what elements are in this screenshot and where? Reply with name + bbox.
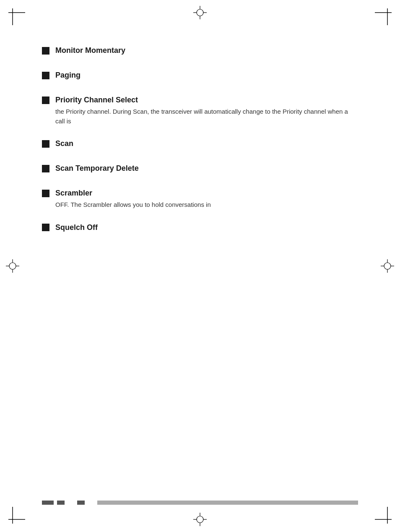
bottom-progress-bar <box>42 501 358 505</box>
menu-header-scrambler: Scrambler <box>42 189 358 198</box>
menu-desc-priority-channel-select: the Priority channel. During Scan, the t… <box>55 107 358 126</box>
bar-segment-long <box>97 501 358 505</box>
list-item: Monitor Momentary <box>42 46 358 57</box>
bar-segment-dark-2 <box>57 501 65 505</box>
list-item: Paging <box>42 71 358 82</box>
crosshair-left <box>5 258 20 274</box>
menu-header-scan-temporary-delete: Scan Temporary Delete <box>42 164 358 173</box>
bar-segment-dark-1 <box>42 501 54 505</box>
bullet-icon <box>42 96 49 104</box>
menu-title-paging: Paging <box>55 71 81 80</box>
menu-title-priority-channel-select: Priority Channel Select <box>55 96 138 104</box>
list-item: Priority Channel Select the Priority cha… <box>42 96 358 126</box>
bar-segment-dark-3 <box>77 501 85 505</box>
corner-mark-br <box>371 503 396 528</box>
crosshair-bottom <box>192 512 208 527</box>
menu-header-paging: Paging <box>42 71 358 80</box>
bullet-icon <box>42 190 49 197</box>
crosshair-top <box>192 5 208 20</box>
bullet-icon <box>42 47 49 55</box>
svg-point-8 <box>197 9 203 16</box>
corner-mark-tl <box>4 4 29 29</box>
menu-title-monitor-momentary: Monitor Momentary <box>55 46 125 55</box>
bullet-icon <box>42 224 49 231</box>
bullet-icon <box>42 140 49 148</box>
list-item: Scan <box>42 139 358 151</box>
menu-desc-scrambler: OFF. The Scrambler allows you to hold co… <box>55 200 358 210</box>
menu-title-scan: Scan <box>55 139 73 148</box>
svg-point-23 <box>384 263 391 269</box>
list-item: Scan Temporary Delete <box>42 164 358 175</box>
bullet-icon <box>42 72 49 79</box>
menu-title-squelch-off: Squelch Off <box>55 223 98 232</box>
list-item: Scrambler OFF. The Scrambler allows you … <box>42 189 358 210</box>
menu-title-scan-temporary-delete: Scan Temporary Delete <box>55 164 139 173</box>
menu-header-priority-channel-select: Priority Channel Select <box>42 96 358 104</box>
menu-header-monitor-momentary: Monitor Momentary <box>42 46 358 55</box>
main-content: Monitor Momentary Paging Priority Channe… <box>42 46 358 473</box>
corner-mark-tr <box>371 4 396 29</box>
corner-mark-bl <box>4 503 29 528</box>
crosshair-right <box>380 258 395 274</box>
svg-point-13 <box>197 516 203 523</box>
svg-point-18 <box>9 263 16 269</box>
menu-header-scan: Scan <box>42 139 358 148</box>
bullet-icon <box>42 165 49 172</box>
menu-header-squelch-off: Squelch Off <box>42 223 358 232</box>
list-item: Squelch Off <box>42 223 358 235</box>
menu-title-scrambler: Scrambler <box>55 189 92 198</box>
